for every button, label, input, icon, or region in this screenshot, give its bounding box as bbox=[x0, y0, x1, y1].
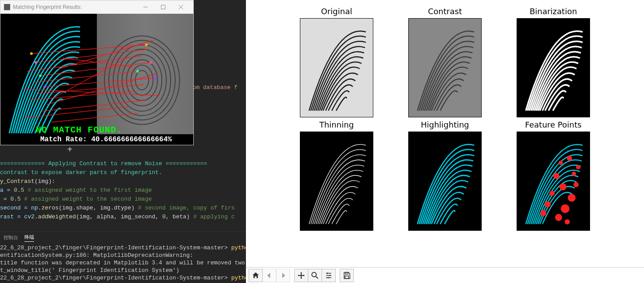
svg-rect-56 bbox=[330, 275, 330, 276]
app-icon bbox=[4, 4, 10, 10]
svg-point-46 bbox=[573, 182, 579, 187]
svg-point-48 bbox=[565, 219, 570, 225]
maximize-button[interactable] bbox=[154, 0, 172, 14]
editor-panel: from database f Matching Fingerprint Res… bbox=[0, 0, 246, 283]
svg-point-38 bbox=[553, 173, 560, 179]
forward-icon[interactable] bbox=[276, 269, 290, 282]
svg-point-39 bbox=[571, 171, 576, 176]
svg-line-51 bbox=[316, 276, 318, 279]
svg-point-42 bbox=[568, 194, 576, 202]
subplot-title-original: Original bbox=[283, 7, 391, 18]
subplot-highlighting bbox=[408, 132, 482, 231]
svg-point-47 bbox=[540, 210, 546, 216]
subplot-grid: Original Contrast Binarization bbox=[246, 0, 644, 267]
svg-point-40 bbox=[560, 183, 567, 190]
svg-point-49 bbox=[576, 165, 580, 169]
svg-rect-57 bbox=[328, 277, 329, 278]
pan-icon[interactable] bbox=[294, 269, 308, 282]
svg-rect-1 bbox=[161, 5, 165, 9]
match-rate-text: Match Rate: 40.666666666666664% bbox=[0, 134, 193, 145]
figure-window: Original Contrast Binarization bbox=[246, 0, 644, 283]
zoom-icon[interactable] bbox=[308, 269, 322, 282]
config-icon[interactable] bbox=[322, 269, 336, 282]
subplot-thinning bbox=[300, 132, 373, 231]
tab-console[interactable]: 控制台 bbox=[4, 234, 18, 241]
save-icon[interactable] bbox=[340, 269, 354, 282]
svg-rect-59 bbox=[345, 276, 349, 279]
back-icon[interactable] bbox=[262, 269, 276, 282]
svg-point-45 bbox=[555, 214, 562, 221]
terminal-output[interactable]: 22_6_28_project_2\finger\Fingerprint-Ide… bbox=[0, 244, 246, 283]
matching-results-window: Matching Fingerprint Results: bbox=[0, 0, 194, 145]
svg-rect-55 bbox=[327, 272, 328, 274]
subplot-title-feature-points: Feature Points bbox=[499, 120, 608, 131]
match-visualization: NO MATCH FOUND. Match Rate: 40.666666666… bbox=[0, 14, 193, 145]
match-status-text: NO MATCH FOUND. bbox=[36, 125, 122, 135]
subplot-feature-points bbox=[517, 132, 590, 231]
subplot-title-thinning: Thinning bbox=[283, 120, 391, 131]
close-button[interactable] bbox=[172, 0, 190, 14]
cursor-crosshair: + bbox=[67, 144, 73, 155]
tab-terminal[interactable]: 终端 bbox=[24, 234, 34, 242]
subplot-title-binarization: Binarization bbox=[499, 7, 608, 18]
matplotlib-toolbar bbox=[246, 267, 644, 283]
subplot-title-contrast: Contrast bbox=[391, 7, 499, 18]
svg-point-50 bbox=[312, 272, 316, 277]
svg-rect-58 bbox=[345, 272, 348, 274]
subplot-title-highlighting: Highlighting bbox=[391, 120, 499, 131]
svg-point-37 bbox=[567, 156, 572, 161]
panel-tabs: 控制台 终端 bbox=[0, 232, 246, 243]
svg-point-41 bbox=[549, 191, 555, 196]
subplot-original bbox=[300, 18, 373, 117]
subplot-contrast bbox=[408, 18, 482, 117]
subplot-binarization bbox=[517, 18, 590, 117]
window-title: Matching Fingerprint Results: bbox=[13, 4, 137, 10]
minimize-button[interactable] bbox=[137, 0, 154, 14]
home-icon[interactable] bbox=[249, 269, 263, 282]
code-editor[interactable]: ============= Applying Contrast to remov… bbox=[0, 159, 246, 221]
svg-point-43 bbox=[544, 201, 551, 207]
svg-point-36 bbox=[559, 161, 563, 165]
svg-point-44 bbox=[561, 204, 570, 213]
window-titlebar[interactable]: Matching Fingerprint Results: bbox=[0, 0, 193, 14]
